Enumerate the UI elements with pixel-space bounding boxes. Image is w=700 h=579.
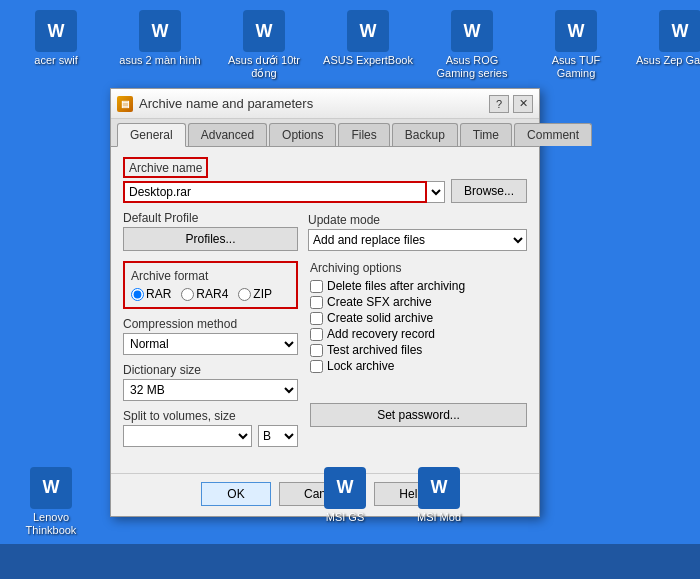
tab-comment[interactable]: Comment	[514, 123, 592, 146]
desktop: W acer swif W asus 2 màn hình W Asus dướ…	[0, 0, 700, 579]
split-row: B KB MB GB	[123, 425, 298, 447]
icon-label-asus-expert: ASUS ExpertBook	[323, 54, 413, 67]
icon-label-msi-mod: MSI Mod	[417, 511, 461, 524]
icon-word-msimod: W	[418, 467, 460, 509]
compression-method-section: Compression method Store Fastest Fast No…	[123, 317, 298, 355]
desktop-icon-msi-mod[interactable]: W MSI Mod	[394, 463, 484, 541]
desktop-icon-acer-swif[interactable]: W acer swif	[6, 6, 106, 84]
icon-word-asusexpert: W	[347, 10, 389, 52]
split-volumes-label: Split to volumes, size	[123, 409, 298, 423]
icon-word-msigs: W	[324, 467, 366, 509]
icon-label-asus-rog: Asus ROG Gaming series	[427, 54, 517, 80]
icon-word-asus10: W	[243, 10, 285, 52]
checkbox-delete-files[interactable]	[310, 280, 323, 293]
compression-method-select[interactable]: Store Fastest Fast Normal Good Best	[123, 333, 298, 355]
option-create-solid-label: Create solid archive	[327, 311, 433, 325]
help-button[interactable]: ?	[489, 95, 509, 113]
archive-name-dropdown[interactable]: ▼	[427, 181, 445, 203]
option-delete-files[interactable]: Delete files after archiving	[310, 279, 527, 293]
update-mode-label: Update mode	[308, 213, 527, 227]
icon-label-asus-zep: Asus Zep Gaming	[636, 54, 700, 67]
radio-rar4[interactable]: RAR4	[181, 287, 228, 301]
checkbox-test-archived[interactable]	[310, 344, 323, 357]
option-delete-files-label: Delete files after archiving	[327, 279, 465, 293]
update-mode-select[interactable]: Add and replace files Update and add fil…	[308, 229, 527, 251]
dialog-title-bar: ▤ Archive name and parameters ? ✕	[111, 89, 539, 119]
winrar-icon: ▤	[117, 96, 133, 112]
icon-label-asus-10tr: Asus dưới 10tr đồng	[219, 54, 309, 80]
desktop-icons-grid: W acer swif W asus 2 màn hình W Asus dướ…	[0, 0, 700, 90]
archive-format-label: Archive format	[131, 269, 290, 283]
tab-time[interactable]: Time	[460, 123, 512, 146]
desktop-icon-asus-rog[interactable]: W Asus ROG Gaming series	[422, 6, 522, 84]
split-volumes-section: Split to volumes, size B KB MB GB	[123, 409, 298, 447]
icon-label-lenovo: Lenovo Thinkbook	[10, 511, 92, 537]
default-profile-label: Default Profile	[123, 211, 298, 225]
checkbox-add-recovery[interactable]	[310, 328, 323, 341]
dialog-body: Archive name ▼ Browse... Default Profile…	[111, 147, 539, 473]
dictionary-size-section: Dictionary size 32 MB 64 MB 128 MB 256 M…	[123, 363, 298, 401]
checkbox-create-solid[interactable]	[310, 312, 323, 325]
tab-files[interactable]: Files	[338, 123, 389, 146]
bottom-icons-row: W Lenovo Thinkbook W MSI GS W MSI Mod	[0, 463, 700, 541]
browse-button[interactable]: Browse...	[451, 179, 527, 203]
title-bar-buttons: ? ✕	[489, 95, 533, 113]
icon-word-asustuf: W	[555, 10, 597, 52]
icon-word-acer: W	[35, 10, 77, 52]
tab-options[interactable]: Options	[269, 123, 336, 146]
desktop-icon-msi-gs[interactable]: W MSI GS	[300, 463, 390, 541]
close-button[interactable]: ✕	[513, 95, 533, 113]
option-add-recovery[interactable]: Add recovery record	[310, 327, 527, 341]
archive-dialog: ▤ Archive name and parameters ? ✕ Genera…	[110, 88, 540, 517]
desktop-icon-asus-zep[interactable]: W Asus Zep Gaming	[630, 6, 700, 84]
archive-format-box: Archive format RAR RAR4	[123, 261, 298, 309]
dialog-tabs: General Advanced Options Files Backup Ti…	[111, 119, 539, 147]
left-column: Archive format RAR RAR4	[123, 261, 298, 455]
archive-name-input[interactable]	[123, 181, 427, 203]
radio-rar[interactable]: RAR	[131, 287, 171, 301]
icon-word-asuszep: W	[659, 10, 700, 52]
main-two-col: Archive format RAR RAR4	[123, 261, 527, 455]
tab-general[interactable]: General	[117, 123, 186, 147]
option-add-recovery-label: Add recovery record	[327, 327, 435, 341]
option-test-archived[interactable]: Test archived files	[310, 343, 527, 357]
checkbox-create-sfx[interactable]	[310, 296, 323, 309]
archiving-options-label: Archiving options	[310, 261, 527, 275]
icon-word-asus2: W	[139, 10, 181, 52]
icon-label-asus-2man: asus 2 màn hình	[119, 54, 200, 67]
tab-backup[interactable]: Backup	[392, 123, 458, 146]
desktop-icon-asus-expert[interactable]: W ASUS ExpertBook	[318, 6, 418, 84]
icon-label-acer-swif: acer swif	[34, 54, 77, 67]
icon-label-asus-tuf: Asus TUF Gaming	[531, 54, 621, 80]
dictionary-size-label: Dictionary size	[123, 363, 298, 377]
icon-label-msi-gs: MSI GS	[326, 511, 365, 524]
set-password-container: Set password...	[310, 403, 527, 427]
taskbar	[0, 544, 700, 579]
desktop-icon-asus-tuf[interactable]: W Asus TUF Gaming	[526, 6, 626, 84]
desktop-icon-asus-2man[interactable]: W asus 2 màn hình	[110, 6, 210, 84]
split-volumes-input[interactable]	[123, 425, 252, 447]
set-password-button[interactable]: Set password...	[310, 403, 527, 427]
option-create-sfx[interactable]: Create SFX archive	[310, 295, 527, 309]
icon-word-asusrog: W	[451, 10, 493, 52]
icon-word-lenovo: W	[30, 467, 72, 509]
title-bar-left: ▤ Archive name and parameters	[117, 96, 313, 112]
archive-format-radio-group: RAR RAR4 ZIP	[131, 287, 290, 301]
option-test-archived-label: Test archived files	[327, 343, 422, 357]
option-lock-archive[interactable]: Lock archive	[310, 359, 527, 373]
option-create-solid[interactable]: Create solid archive	[310, 311, 527, 325]
compression-method-label: Compression method	[123, 317, 298, 331]
profiles-button[interactable]: Profiles...	[123, 227, 298, 251]
option-create-sfx-label: Create SFX archive	[327, 295, 432, 309]
split-unit-select[interactable]: B KB MB GB	[258, 425, 298, 447]
dictionary-size-select[interactable]: 32 MB 64 MB 128 MB 256 MB 512 MB	[123, 379, 298, 401]
option-lock-archive-label: Lock archive	[327, 359, 394, 373]
archive-name-label: Archive name	[129, 161, 202, 175]
desktop-icon-asus-10tr[interactable]: W Asus dưới 10tr đồng	[214, 6, 314, 84]
archiving-options-section: Archiving options Delete files after arc…	[310, 261, 527, 373]
right-column: Archiving options Delete files after arc…	[310, 261, 527, 455]
desktop-icon-lenovo[interactable]: W Lenovo Thinkbook	[6, 463, 96, 541]
radio-zip[interactable]: ZIP	[238, 287, 272, 301]
checkbox-lock-archive[interactable]	[310, 360, 323, 373]
tab-advanced[interactable]: Advanced	[188, 123, 267, 146]
